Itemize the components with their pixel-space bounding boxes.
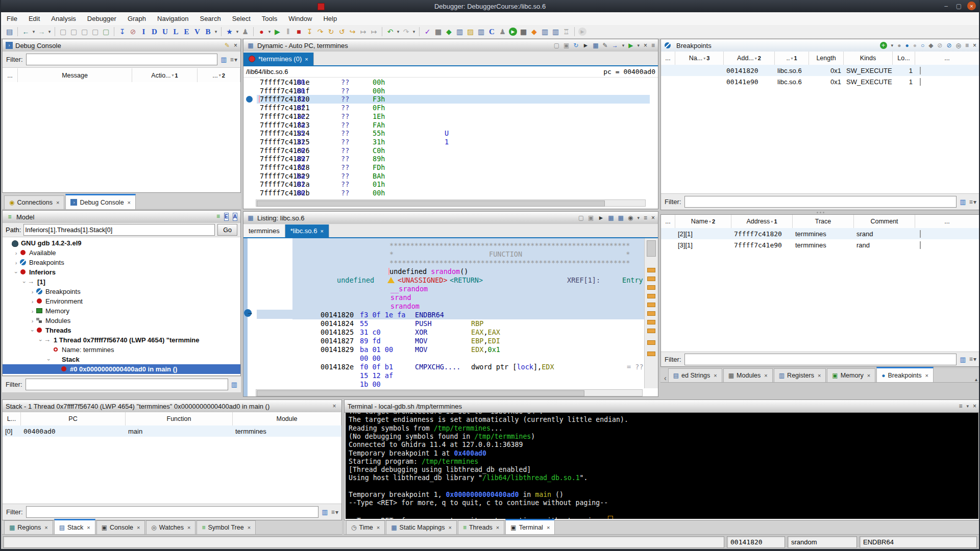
tab-terminal[interactable]: ▣Terminal×: [505, 519, 555, 534]
chevron-right-icon[interactable]: ›: [29, 318, 36, 324]
table-row[interactable]: [0]00400ad0maintermmines: [3, 425, 341, 437]
tree-node[interactable]: ›→[1]: [3, 277, 240, 287]
tree-node[interactable]: ›Inferiors: [3, 267, 240, 277]
vertical-scrollbar[interactable]: [644, 238, 658, 388]
maximize-button[interactable]: ▢: [954, 2, 963, 10]
listing-line[interactable]: 00141829ba 01 00MOVEDX,0x1: [243, 345, 658, 354]
tree-node[interactable]: ›Environment: [3, 296, 240, 306]
disable-icon[interactable]: ⊘: [128, 27, 138, 37]
listing-line[interactable]: srandom: [243, 302, 658, 311]
filter-input[interactable]: [26, 54, 218, 65]
close-icon[interactable]: ×: [818, 372, 821, 379]
design-icon[interactable]: ★: [224, 27, 235, 37]
step-into-icon[interactable]: ↧: [304, 27, 315, 37]
close-icon[interactable]: ×: [330, 403, 338, 410]
locations-column-header[interactable]: Name▾2: [675, 215, 731, 228]
breakpoint-location-row[interactable]: [3][1]7ffff7c41e90termminesrand: [661, 239, 979, 251]
step-back-icon[interactable]: ↺: [336, 27, 347, 37]
close-icon[interactable]: ×: [651, 214, 655, 221]
regex-icon[interactable]: ▥: [231, 381, 237, 388]
debug-console-column-header[interactable]: ...: [3, 68, 18, 82]
menu-icon[interactable]: ≡: [959, 403, 962, 410]
table-edit-icon[interactable]: ▦: [593, 42, 598, 49]
step-over-icon[interactable]: ↷: [315, 27, 326, 37]
chevron-right-icon[interactable]: ›: [13, 250, 19, 256]
regex-icon[interactable]: ▥: [322, 508, 328, 516]
close-button[interactable]: ×: [967, 2, 976, 10]
menu-debugger[interactable]: Debugger: [82, 12, 122, 25]
close-icon[interactable]: ×: [87, 524, 90, 531]
clear-console-icon[interactable]: ✎: [225, 42, 230, 49]
hex-row[interactable]: 7ffff7c4181e00??00h: [243, 78, 658, 87]
go-button[interactable]: Go: [217, 224, 237, 236]
pull-down-icon[interactable]: ↧: [117, 27, 128, 37]
menu-icon[interactable]: ≡: [644, 214, 647, 221]
menu-window[interactable]: Window: [283, 12, 317, 25]
chevron-down-icon[interactable]: ›: [46, 356, 52, 363]
user-agent-icon[interactable]: ♟: [497, 27, 508, 37]
stack-column-header[interactable]: PC: [21, 412, 126, 425]
snapshot-icon[interactable]: ◉: [628, 214, 633, 221]
listing-view[interactable]: → **************************************…: [243, 238, 658, 396]
interrupt-icon[interactable]: ‖: [283, 27, 293, 37]
listing-line[interactable]: 0014182ef0 0f b1CMPXCHG....dword ptr [lo…: [243, 363, 658, 371]
memory-bytes-icon[interactable]: ▦: [433, 27, 444, 37]
filter-options-icon[interactable]: ≡ ▾: [969, 198, 976, 206]
add-breakpoint-icon[interactable]: +: [880, 42, 887, 49]
navigate-back-icon[interactable]: ←: [20, 27, 31, 37]
hex-row[interactable]: 7ffff7c4181f00??00h: [243, 87, 658, 95]
stamp-icon[interactable]: ♖: [561, 27, 572, 37]
table-add-icon[interactable]: ▥: [550, 27, 561, 37]
enable-icon[interactable]: ●: [905, 42, 909, 49]
paste-icon[interactable]: ▢: [58, 27, 68, 37]
checkbox[interactable]: [920, 78, 921, 86]
paste-icon[interactable]: ▣: [588, 214, 594, 221]
breakpoints-column-header[interactable]: Kinds: [844, 52, 893, 65]
tab-breakpoints[interactable]: ●Breakpoints×: [876, 367, 934, 382]
breakpoint-location-row[interactable]: [2][1]7ffff7c41820termminessrand: [661, 228, 979, 239]
tab-static-mappings[interactable]: ▦Static Mappings×: [386, 520, 457, 534]
menu-icon[interactable]: ≡: [651, 42, 655, 49]
tab-symbol-tree[interactable]: ≡Symbol Tree×: [197, 520, 256, 534]
tab-console[interactable]: ▣Console×: [96, 520, 145, 534]
filter-options-icon[interactable]: ≡ ▾: [331, 509, 338, 516]
listing-line[interactable]: 0014182455PUSHRBP: [243, 319, 658, 328]
listing-line[interactable]: 1b 00: [243, 380, 658, 389]
skip-over-icon[interactable]: ↦: [358, 27, 369, 37]
debug-console-column-header[interactable]: ...▾2: [198, 68, 240, 82]
tree-node[interactable]: GNU gdb 14.2-3.el9: [3, 238, 240, 248]
hex-row[interactable]: 7ffff7c41826c0??C0h: [243, 146, 658, 155]
dropdown-icon[interactable]: ▾: [235, 27, 240, 37]
debug-console-titlebar[interactable]: › Debug Console ✎×: [3, 39, 240, 52]
listing-tab--libc.so.6[interactable]: *libc.so.6×: [285, 224, 329, 237]
paste-icon[interactable]: ▣: [564, 42, 569, 49]
terminal-titlebar[interactable]: Terminal - local-gdb.sh /tmp/termmines ≡…: [345, 400, 979, 413]
table-icon[interactable]: ▦: [608, 214, 614, 221]
menu-navigation[interactable]: Navigation: [152, 12, 194, 25]
tree-node[interactable]: ›Modules: [3, 316, 240, 325]
menu-graph[interactable]: Graph: [122, 12, 152, 25]
hex-row[interactable]: 7ffff7c41820f3??F3h: [257, 95, 650, 104]
breakpoints-titlebar[interactable]: Breakpoints +▾●●●○◆⊘⊘◎≡×: [661, 39, 979, 52]
tab-debug-console[interactable]: ›Debug Console×: [65, 194, 136, 209]
tree-node[interactable]: ›Memory: [3, 306, 240, 316]
checkbox[interactable]: [920, 241, 921, 249]
close-icon[interactable]: ×: [925, 372, 928, 379]
checkbox[interactable]: [920, 230, 921, 238]
filter-options-icon[interactable]: ≡ ▾: [969, 356, 976, 363]
paste-icon[interactable]: ▢: [90, 27, 101, 37]
listing-line[interactable]: 00141820f3 0f 1e faENDBR64: [243, 311, 658, 319]
listing-line[interactable]: 00 00: [243, 354, 658, 363]
listing-line[interactable]: undefined<UNASSIGNED><RETURN>XREF[1]:Ent…: [243, 276, 658, 285]
splitter-handle[interactable]: [660, 210, 980, 214]
locations-column-header[interactable]: Trace: [793, 215, 854, 228]
chevron-right-icon[interactable]: ›: [29, 308, 36, 314]
close-icon[interactable]: ×: [137, 524, 140, 531]
goto-icon[interactable]: →: [612, 42, 618, 49]
dropdown-icon[interactable]: ▾: [31, 27, 36, 37]
dropdown-icon[interactable]: ▾: [966, 403, 969, 410]
tab-memory[interactable]: ▣Memory×: [827, 368, 875, 382]
horizontal-scrollbar[interactable]: [256, 389, 643, 396]
close-icon[interactable]: ×: [644, 42, 647, 49]
hex-row[interactable]: 7ffff7c418210f??0Fh: [243, 104, 658, 112]
